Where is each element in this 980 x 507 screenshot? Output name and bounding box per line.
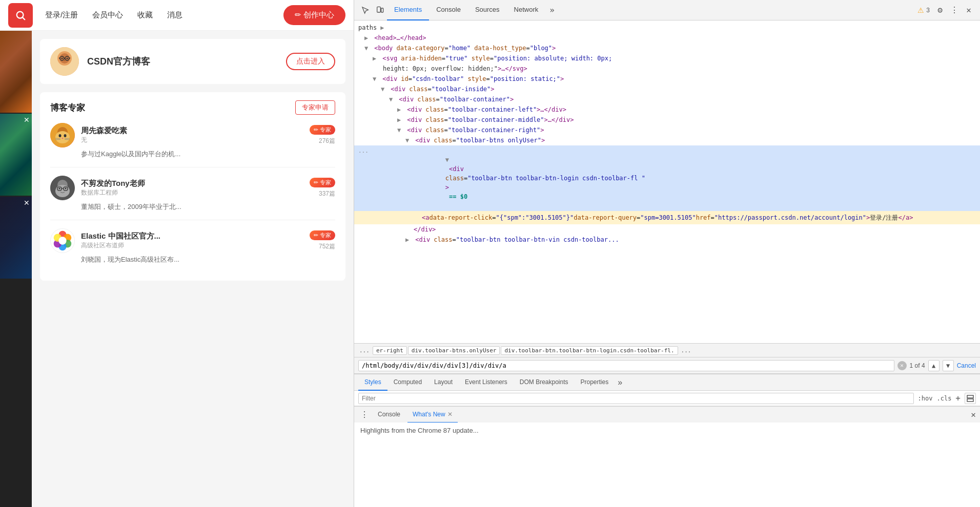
- expert-title: 博客专家: [50, 102, 85, 114]
- expert-badge-3: ✏ 专家: [310, 230, 335, 240]
- drawer-close-button[interactable]: ✕: [971, 410, 976, 419]
- more-options-icon[interactable]: ⋮: [947, 3, 962, 17]
- expert-count-2: 337篇: [319, 189, 335, 198]
- more-tabs[interactable]: »: [545, 5, 559, 15]
- svg-point-20: [62, 138, 64, 139]
- search-clear-button[interactable]: ✕: [897, 361, 907, 370]
- whatsnew-close-icon[interactable]: ✕: [447, 411, 453, 418]
- dom-line-tb-btns: ▼ <div class="toolbar-btns onlyUser" >: [354, 135, 980, 145]
- btab-layout[interactable]: Layout: [428, 374, 459, 391]
- search-bar: ✕ 1 of 4 ▲ ▼ Cancel: [354, 357, 980, 374]
- dom-line-svg: ▶ <svg aria-hidden="true" style="positio…: [354, 53, 980, 64]
- expert-badge-2: ✏ 专家: [310, 178, 335, 187]
- btab-event-listeners[interactable]: Event Listeners: [459, 374, 514, 391]
- dom-tree[interactable]: paths ▶ ▶ <head>…</head> ▼ <body data-ca…: [354, 20, 980, 343]
- expert-desc-3: 刘晓国，现为Elastic高级社区布...: [50, 255, 335, 264]
- create-button[interactable]: ✏ 创作中心: [283, 5, 345, 25]
- tab-console[interactable]: Console: [429, 0, 468, 20]
- close-devtools-icon[interactable]: ✕: [962, 3, 976, 17]
- warning-count[interactable]: ⚠ 3: [914, 6, 933, 14]
- expert-info-2: 不剪发的Tony老师 数据库工程师: [81, 179, 303, 197]
- thumbnail-3: ✕: [0, 197, 32, 279]
- breadcrumb-er-right[interactable]: er-right: [373, 346, 407, 355]
- svg-line-8: [59, 58, 60, 58]
- svg-point-10: [62, 58, 63, 59]
- dom-line-tc-middle: ▶ <div class="toolbar-container-middle" …: [354, 115, 980, 125]
- tab-network[interactable]: Network: [507, 0, 546, 20]
- expert-badge-1: ✏ 专家: [310, 125, 335, 135]
- nav-message[interactable]: 消息: [167, 10, 182, 20]
- btab-computed[interactable]: Computed: [387, 374, 428, 391]
- expert-count-1: 276篇: [319, 137, 335, 145]
- drawer-tab-console[interactable]: Console: [373, 407, 405, 423]
- dom-line-anchor: <a data-report-click="{"spm":"3001.5105"…: [354, 211, 980, 224]
- dom-line-toolbar-container: ▼ <div class="toolbar-container" >: [354, 94, 980, 104]
- create-label: ✏ 创作中心: [295, 10, 334, 20]
- filter-plus-button[interactable]: +: [955, 393, 961, 403]
- search-input[interactable]: [358, 360, 894, 371]
- search-next-button[interactable]: ▼: [943, 360, 954, 371]
- svg-point-27: [55, 185, 70, 197]
- svg-rect-42: [381, 8, 383, 12]
- devtools-topbar: Elements Console Sources Network » ⚠ 3 ⚙…: [354, 0, 980, 20]
- close-thumb-3[interactable]: ✕: [24, 199, 30, 207]
- breadcrumb-toolbar-btns[interactable]: div.toolbar-btns.onlyUser: [408, 346, 500, 355]
- search-prev-button[interactable]: ▲: [928, 360, 940, 371]
- main-content: CSDN官方博客 点击进入 博客专家 专家申请: [32, 31, 354, 507]
- svg-point-18: [59, 134, 62, 137]
- expert-desc-1: 参与过Kaggle以及国内平台的机...: [50, 150, 335, 159]
- devtools-panel: Elements Console Sources Network » ⚠ 3 ⚙…: [354, 0, 980, 507]
- svg-line-9: [69, 58, 70, 58]
- close-thumb-2[interactable]: ✕: [24, 116, 30, 124]
- expert-row-3: Elastic 中国社区官方... 高级社区布道师 ✏ 专家 752篇: [50, 228, 335, 253]
- nav-login[interactable]: 登录/注册: [45, 10, 78, 20]
- drawer-tabs: ⋮ Console What's New ✕ ✕: [354, 406, 980, 422]
- dom-line-selected[interactable]: ... ▼ <div class="toolbar-btn toolbar-bt…: [354, 145, 980, 211]
- tab-sources[interactable]: Sources: [468, 0, 507, 20]
- search-cancel-button[interactable]: Cancel: [957, 362, 976, 369]
- drawer-tab-whatsnew[interactable]: What's New ✕: [407, 407, 458, 423]
- filter-layout-button[interactable]: [965, 393, 976, 404]
- btab-more[interactable]: »: [615, 378, 625, 387]
- content-area: ✕ ✕: [0, 31, 354, 507]
- dom-line-body: ▼ <body data-category="home" data-host_t…: [354, 43, 980, 53]
- btab-dom-breakpoints[interactable]: DOM Breakpoints: [514, 374, 575, 391]
- official-avatar: [50, 47, 79, 76]
- inspect-icon[interactable]: [358, 3, 373, 17]
- thumbnail-strip: ✕ ✕: [0, 31, 32, 507]
- official-card: CSDN官方博客 点击进入: [40, 39, 345, 84]
- btab-properties[interactable]: Properties: [575, 374, 615, 391]
- nav-collect[interactable]: 收藏: [137, 10, 153, 20]
- breadcrumb-toolbar-btn-login[interactable]: div.toolbar-btn.toolbar-btn-login.csdn-t…: [501, 346, 678, 355]
- nav-member[interactable]: 会员中心: [92, 10, 123, 20]
- visit-button[interactable]: 点击进入: [286, 53, 335, 70]
- official-name: CSDN官方博客: [87, 55, 278, 68]
- svg-point-31: [59, 188, 60, 189]
- expert-header: 博客专家 专家申请: [50, 100, 335, 115]
- svg-line-1: [23, 17, 25, 19]
- expert-item-3: Elastic 中国社区官方... 高级社区布道师 ✏ 专家 752篇 刘晓国，…: [50, 228, 335, 272]
- expert-name-1: 周先森爱吃素: [81, 126, 303, 136]
- dom-line-paths: paths ▶: [354, 23, 980, 33]
- expert-item-1: 周先森爱吃素 无 ✏ 专家 276篇 参与过Kaggle以及国内平台的机...: [50, 123, 335, 167]
- tab-elements[interactable]: Elements: [387, 0, 429, 20]
- breadcrumb-end-dots[interactable]: ...: [679, 347, 693, 354]
- settings-icon[interactable]: ⚙: [933, 3, 947, 17]
- expert-item-2: 不剪发的Tony老师 数据库工程师 ✏ 专家 337篇 董旭阳，硕士，2009年…: [50, 176, 335, 220]
- device-icon[interactable]: [373, 3, 387, 17]
- btab-styles[interactable]: Styles: [358, 374, 387, 391]
- search-button[interactable]: [8, 3, 33, 28]
- drawer-dots[interactable]: ⋮: [358, 410, 371, 419]
- expert-info-3: Elastic 中国社区官方... 高级社区布道师: [81, 231, 303, 250]
- filter-cls-button[interactable]: .cls: [936, 395, 951, 402]
- drawer-content: Highlights from the Chrome 87 update...: [354, 422, 980, 507]
- breadcrumb-bar: ... er-right div.toolbar-btns.onlyUser d…: [354, 343, 980, 357]
- thumbnail-1: [0, 31, 32, 113]
- styles-filter-input[interactable]: [358, 393, 914, 404]
- svg-point-17: [55, 131, 70, 143]
- expert-row-2: 不剪发的Tony老师 数据库工程师 ✏ 专家 337篇: [50, 176, 335, 200]
- apply-button[interactable]: 专家申请: [295, 100, 335, 115]
- expert-name-3: Elastic 中国社区官方...: [81, 231, 303, 241]
- filter-pseudo-button[interactable]: :hov: [918, 395, 933, 402]
- breadcrumb-dots[interactable]: ...: [357, 347, 372, 354]
